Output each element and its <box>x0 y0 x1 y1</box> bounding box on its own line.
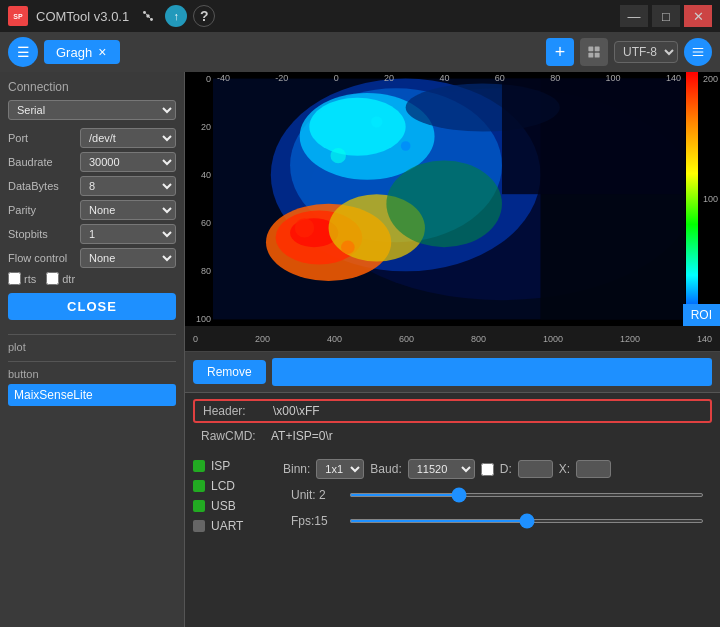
device-params-section: ISP LCD USB UART Binn: <box>185 457 720 535</box>
sidebar: Connection Serial Port /dev/t Baudrate 3… <box>0 72 185 627</box>
rawcmd-key: RawCMD: <box>201 429 271 443</box>
rts-dtr-row: rts dtr <box>8 272 176 285</box>
remove-button[interactable]: Remove <box>193 360 266 384</box>
parity-select[interactable]: None <box>80 200 176 220</box>
data-section: Header: \x00\xFF RawCMD: AT+ISP=0\r <box>185 393 720 457</box>
baudrate-row: Baudrate 30000 <box>8 152 176 172</box>
close-connection-button[interactable]: CLOSE <box>8 293 176 320</box>
svg-point-19 <box>386 160 502 247</box>
usb-label: USB <box>211 499 236 513</box>
databytes-row: DataBytes 8 <box>8 176 176 196</box>
d-checkbox[interactable] <box>481 463 494 476</box>
x-input[interactable]: 0 <box>576 460 611 478</box>
add-tab-button[interactable]: + <box>546 38 574 66</box>
d-input[interactable]: 0 <box>518 460 553 478</box>
unit-slider[interactable] <box>349 493 704 497</box>
app-logo: SP <box>8 6 28 26</box>
port-select[interactable]: /dev/t <box>80 128 176 148</box>
header-value: \x00\xFF <box>273 404 320 418</box>
content-area: 0 20 40 60 80 100 <box>185 72 720 627</box>
port-label: Port <box>8 132 80 144</box>
app-title: COMTool v3.0.1 <box>36 9 129 24</box>
svg-point-27 <box>341 240 354 253</box>
menu-button[interactable]: ☰ <box>8 37 38 67</box>
connection-label: Connection <box>8 80 176 94</box>
main-layout: Connection Serial Port /dev/t Baudrate 3… <box>0 72 720 627</box>
window-controls: — □ ✕ <box>620 5 712 27</box>
serial-type-select[interactable]: Serial <box>8 100 176 120</box>
top-x-axis: -40 -20 0 20 40 60 80 100 140 <box>213 72 685 84</box>
unit-slider-row: Unit: 2 <box>283 485 712 505</box>
update-icon[interactable]: ↑ <box>165 5 187 27</box>
usb-device: USB <box>193 499 273 513</box>
databytes-select[interactable]: 8 <box>80 176 176 196</box>
svg-rect-22 <box>502 79 685 195</box>
gragh-tab[interactable]: Gragh × <box>44 40 120 64</box>
databytes-label: DataBytes <box>8 180 80 192</box>
left-y-axis: 0 20 40 60 80 100 <box>185 72 213 326</box>
title-bar: SP COMTool v3.0.1 ↑ ? — □ ✕ <box>0 0 720 32</box>
plot-label: plot <box>8 341 176 353</box>
svg-line-4 <box>149 17 150 18</box>
lcd-device: LCD <box>193 479 273 493</box>
svg-rect-7 <box>588 53 593 58</box>
sidebar-item-maixsenselite[interactable]: MaixSenseLite <box>8 384 176 406</box>
tab-close-icon[interactable]: × <box>96 44 108 60</box>
svg-point-25 <box>401 141 411 151</box>
controls-row: Remove <box>185 352 720 393</box>
dtr-checkbox[interactable] <box>46 272 59 285</box>
flowcontrol-select[interactable]: None <box>80 248 176 268</box>
baudrate-select[interactable]: 30000 <box>80 152 176 172</box>
settings-button[interactable] <box>684 38 712 66</box>
d-label: D: <box>500 462 512 476</box>
encoding-icon-button[interactable] <box>580 38 608 66</box>
parity-row: Parity None <box>8 200 176 220</box>
roi-button[interactable]: ROI <box>683 304 720 326</box>
isp-device: ISP <box>193 459 273 473</box>
stopbits-select[interactable]: 1 <box>80 224 176 244</box>
chart-area: 0 20 40 60 80 100 <box>185 72 720 352</box>
port-row: Port /dev/t <box>8 128 176 148</box>
stopbits-row: Stopbits 1 <box>8 224 176 244</box>
svg-point-23 <box>331 148 346 163</box>
svg-rect-8 <box>595 53 600 58</box>
blue-bar <box>272 358 712 386</box>
fps-slider[interactable] <box>349 519 704 523</box>
devices-column: ISP LCD USB UART <box>193 459 273 533</box>
uart-label: UART <box>211 519 243 533</box>
svg-point-26 <box>295 218 314 237</box>
flowcontrol-label: Flow control <box>8 252 80 264</box>
svg-point-24 <box>371 116 383 128</box>
isp-label: ISP <box>211 459 230 473</box>
binn-select[interactable]: 1x12x24x4 <box>316 459 364 479</box>
toolbar: ☰ Gragh × + UTF-8 <box>0 32 720 72</box>
uart-led <box>193 520 205 532</box>
isp-led <box>193 460 205 472</box>
git-icon[interactable] <box>137 5 159 27</box>
fps-label: Fps:15 <box>291 514 341 528</box>
baud-label: Baud: <box>370 462 401 476</box>
baud-select[interactable]: 11520115200 <box>408 459 475 479</box>
window-close-button[interactable]: ✕ <box>684 5 712 27</box>
right-y-labels: 200 100 0 <box>703 72 718 326</box>
rts-checkbox-label[interactable]: rts <box>8 272 36 285</box>
rts-checkbox[interactable] <box>8 272 21 285</box>
help-icon[interactable]: ? <box>193 5 215 27</box>
encoding-select[interactable]: UTF-8 <box>614 41 678 63</box>
svg-point-2 <box>150 18 153 21</box>
stopbits-label: Stopbits <box>8 228 80 240</box>
binn-label: Binn: <box>283 462 310 476</box>
parity-label: Parity <box>8 204 80 216</box>
dtr-checkbox-label[interactable]: dtr <box>46 272 75 285</box>
fps-slider-row: Fps:15 <box>283 511 712 531</box>
x-axis-labels: 0 200 400 600 800 1000 1200 140 <box>189 334 716 344</box>
svg-rect-5 <box>588 46 593 51</box>
toolbar-right: + UTF-8 <box>546 38 712 66</box>
maximize-button[interactable]: □ <box>652 5 680 27</box>
header-row: Header: \x00\xFF <box>193 399 712 423</box>
minimize-button[interactable]: — <box>620 5 648 27</box>
rawcmd-row: RawCMD: AT+ISP=0\r <box>193 427 712 445</box>
svg-line-3 <box>146 13 147 15</box>
tab-label: Gragh <box>56 45 92 60</box>
params-row: Binn: 1x12x24x4 Baud: 11520115200 D: 0 X… <box>283 459 712 479</box>
